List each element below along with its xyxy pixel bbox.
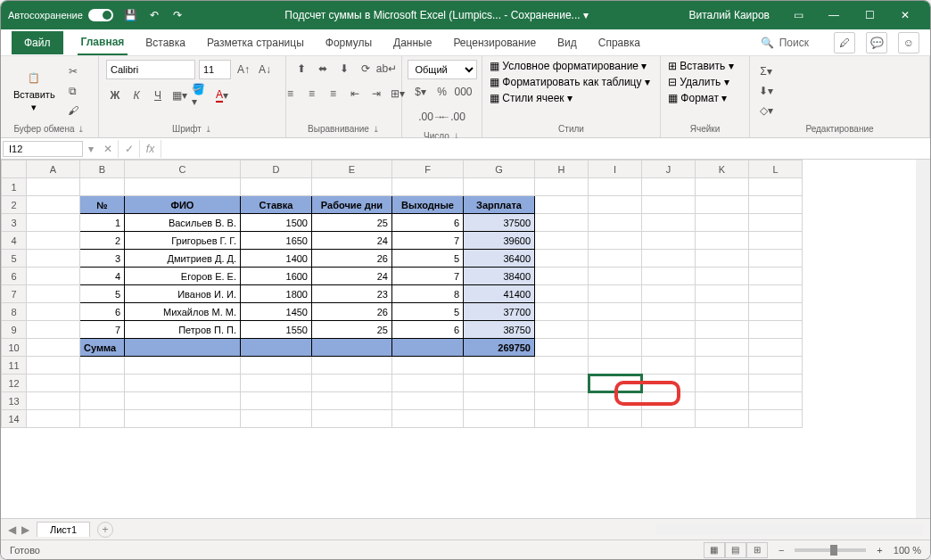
cell-L4[interactable] bbox=[749, 232, 803, 250]
decrease-font-icon[interactable]: A↓ bbox=[256, 61, 274, 78]
search-button[interactable]: 🔍 Поиск bbox=[761, 37, 809, 49]
zoom-level[interactable]: 100 % bbox=[894, 545, 921, 556]
cell-L5[interactable] bbox=[749, 250, 803, 268]
decrease-decimal-icon[interactable]: ←.00 bbox=[444, 108, 462, 126]
format-cells-button[interactable]: ▦ Формат ▾ bbox=[668, 92, 727, 104]
cell-L11[interactable] bbox=[749, 357, 803, 375]
cell-K12[interactable] bbox=[696, 375, 749, 392]
cell-G3[interactable]: 37500 bbox=[464, 214, 535, 232]
cell-C7[interactable]: Иванов И. И. bbox=[125, 285, 241, 303]
maximize-icon[interactable]: ☐ bbox=[852, 3, 887, 28]
cell-H3[interactable] bbox=[535, 214, 589, 232]
cell-E6[interactable]: 24 bbox=[312, 268, 392, 285]
increase-indent-icon[interactable]: ⇥ bbox=[367, 85, 385, 103]
cell-J4[interactable] bbox=[642, 232, 696, 250]
paste-button[interactable]: 📋 Вставить ▾ bbox=[8, 66, 61, 117]
tab-review[interactable]: Рецензирование bbox=[449, 31, 540, 54]
cell-A14[interactable] bbox=[27, 410, 80, 428]
cell-H11[interactable] bbox=[535, 357, 589, 375]
cell-D8[interactable]: 1450 bbox=[241, 303, 312, 321]
delete-cells-button[interactable]: ⊟ Удалить ▾ bbox=[668, 76, 729, 88]
comma-icon[interactable]: 000 bbox=[455, 83, 473, 101]
cell-K11[interactable] bbox=[696, 357, 749, 375]
cell-C2[interactable]: ФИО bbox=[125, 196, 241, 214]
font-size-select[interactable] bbox=[199, 60, 231, 79]
fill-icon[interactable]: ⬇▾ bbox=[757, 82, 775, 100]
percent-icon[interactable]: % bbox=[433, 83, 451, 101]
col-header-G[interactable]: G bbox=[464, 161, 535, 178]
cell-F4[interactable]: 7 bbox=[392, 232, 464, 250]
clipboard-launcher[interactable]: ⤓ bbox=[78, 125, 85, 134]
row-header-1[interactable]: 1 bbox=[2, 178, 27, 196]
cell-L8[interactable] bbox=[749, 303, 803, 321]
cell-B7[interactable]: 5 bbox=[80, 285, 125, 303]
row-header-10[interactable]: 10 bbox=[2, 339, 27, 357]
view-page-layout-icon[interactable]: ▤ bbox=[725, 542, 746, 558]
name-box[interactable] bbox=[3, 141, 83, 157]
cell-D3[interactable]: 1500 bbox=[241, 214, 312, 232]
cell-B12[interactable] bbox=[80, 375, 125, 392]
cell-J7[interactable] bbox=[642, 285, 696, 303]
cell-A10[interactable] bbox=[27, 339, 80, 357]
cell-I4[interactable] bbox=[589, 232, 642, 250]
row-header-14[interactable]: 14 bbox=[2, 410, 27, 428]
cell-A4[interactable] bbox=[27, 232, 80, 250]
cell-D14[interactable] bbox=[241, 410, 312, 428]
cell-K8[interactable] bbox=[696, 303, 749, 321]
tab-view[interactable]: Вид bbox=[554, 31, 581, 54]
cell-K14[interactable] bbox=[696, 410, 749, 428]
cell-G7[interactable]: 41400 bbox=[464, 285, 535, 303]
cell-G11[interactable] bbox=[464, 357, 535, 375]
cell-F2[interactable]: Выходные bbox=[392, 196, 464, 214]
cell-F7[interactable]: 8 bbox=[392, 285, 464, 303]
undo-icon[interactable]: ↶ bbox=[147, 8, 161, 22]
align-center-icon[interactable]: ≡ bbox=[303, 85, 321, 103]
cell-L1[interactable] bbox=[749, 178, 803, 196]
cell-G10[interactable]: 269750 bbox=[464, 339, 535, 357]
cell-D13[interactable] bbox=[241, 392, 312, 410]
share-icon[interactable]: 🖊 bbox=[834, 32, 855, 54]
cell-F14[interactable] bbox=[392, 410, 464, 428]
cell-B11[interactable] bbox=[80, 357, 125, 375]
cell-D2[interactable]: Ставка bbox=[241, 196, 312, 214]
cell-H14[interactable] bbox=[535, 410, 589, 428]
cell-E7[interactable]: 23 bbox=[312, 285, 392, 303]
cell-H1[interactable] bbox=[535, 178, 589, 196]
cell-I7[interactable] bbox=[589, 285, 642, 303]
cell-L13[interactable] bbox=[749, 392, 803, 410]
cell-F1[interactable] bbox=[392, 178, 464, 196]
cell-D4[interactable]: 1650 bbox=[241, 232, 312, 250]
cell-H5[interactable] bbox=[535, 250, 589, 268]
tab-home[interactable]: Главная bbox=[78, 30, 128, 55]
cell-L12[interactable] bbox=[749, 375, 803, 392]
cell-C12[interactable] bbox=[125, 375, 241, 392]
cell-G13[interactable] bbox=[464, 392, 535, 410]
font-color-button[interactable]: A▾ bbox=[213, 86, 231, 104]
tab-file[interactable]: Файл bbox=[12, 31, 63, 54]
align-middle-icon[interactable]: ⬌ bbox=[314, 60, 332, 78]
cell-C8[interactable]: Михайлов М. М. bbox=[125, 303, 241, 321]
cell-K5[interactable] bbox=[696, 250, 749, 268]
row-header-6[interactable]: 6 bbox=[2, 268, 27, 285]
cell-I12[interactable] bbox=[589, 375, 642, 392]
cell-E9[interactable]: 25 bbox=[312, 321, 392, 339]
cell-H7[interactable] bbox=[535, 285, 589, 303]
cell-L2[interactable] bbox=[749, 196, 803, 214]
align-top-icon[interactable]: ⬆ bbox=[292, 60, 310, 78]
format-as-table-button[interactable]: ▦ Форматировать как таблицу ▾ bbox=[490, 76, 650, 88]
cell-I13[interactable] bbox=[589, 392, 642, 410]
cell-K4[interactable] bbox=[696, 232, 749, 250]
cell-E12[interactable] bbox=[312, 375, 392, 392]
cell-A6[interactable] bbox=[27, 268, 80, 285]
zoom-in-button[interactable]: + bbox=[877, 545, 882, 556]
clear-icon[interactable]: ◇▾ bbox=[757, 102, 775, 119]
col-header-B[interactable]: B bbox=[80, 161, 125, 178]
format-painter-icon[interactable]: 🖌 bbox=[64, 102, 82, 119]
cell-I3[interactable] bbox=[589, 214, 642, 232]
cut-icon[interactable]: ✂ bbox=[64, 62, 82, 80]
align-right-icon[interactable]: ≡ bbox=[325, 85, 342, 103]
cell-D1[interactable] bbox=[241, 178, 312, 196]
cell-H6[interactable] bbox=[535, 268, 589, 285]
user-name[interactable]: Виталий Каиров bbox=[688, 9, 770, 21]
increase-decimal-icon[interactable]: .00→ bbox=[423, 108, 441, 126]
